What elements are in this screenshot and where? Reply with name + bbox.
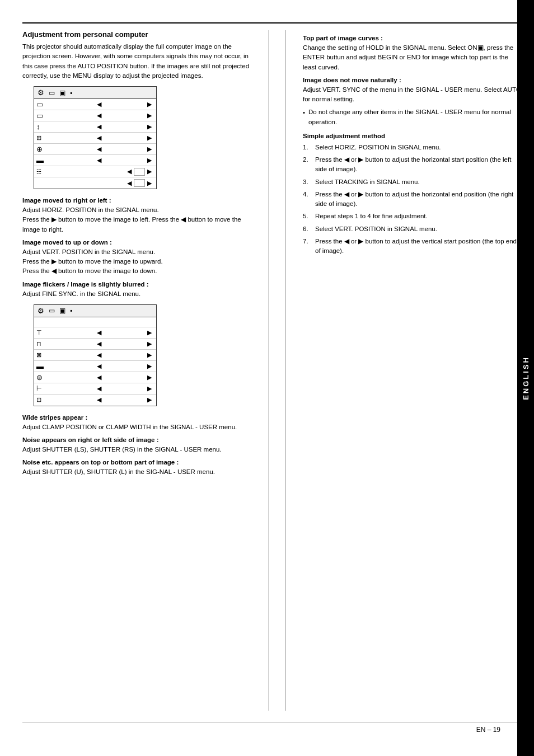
page-number: EN – 19 <box>476 726 500 734</box>
menu-icon-grid-2: ▣ <box>59 307 65 314</box>
arrow-right: ▶ <box>145 145 154 153</box>
menu-row: ▭ ◀ ▶ <box>34 99 156 110</box>
bottom-section-title-2: Noise appears on right or left side of i… <box>22 436 260 443</box>
page: ENGLISH Adjustment from personal compute… <box>0 0 534 756</box>
arrow-right: ▶ <box>145 101 154 108</box>
step-number: 3. <box>303 177 312 187</box>
arrow-right: ▶ <box>145 168 154 175</box>
bullet-item: • Do not change any other items in the S… <box>303 107 523 127</box>
simple-method-title: Simple adjustment method <box>303 133 523 139</box>
menu-row: ⊡ ◀ ▶ <box>34 395 156 406</box>
subsection-text-2: Adjust VERT. POSITION in the SIGNAL menu… <box>22 247 260 276</box>
row-icon: ▭ <box>36 100 53 109</box>
menu-row <box>34 317 156 327</box>
subsection-title-3: Image flickers / Image is slightly blurr… <box>22 281 260 288</box>
arrow-right: ▶ <box>145 396 154 403</box>
bottom-section-title-3: Noise etc. appears on top or bottom part… <box>22 459 260 466</box>
bottom-section-text-3: Adjust SHUTTER (U), SHUTTER (L) in the S… <box>22 467 260 477</box>
step-item: 1. Select HORIZ. POSITION in SIGNAL menu… <box>303 143 523 152</box>
arrow-left: ◀ <box>95 101 104 108</box>
row-icon: ⊤ <box>36 329 53 336</box>
row-icon: ⊕ <box>36 145 53 153</box>
step-text: Repeat steps 1 to 4 for fine adjustment. <box>315 212 428 221</box>
menu-icon-small-2: ▪ <box>70 307 72 314</box>
arrow-left: ◀ <box>95 363 104 370</box>
menu-row: ↕ ◀ ▶ <box>34 121 156 133</box>
subsection-text-3: Adjust FINE SYNC. in the SIGNAL menu. <box>22 289 260 299</box>
arrow-left: ◀ <box>95 340 104 348</box>
right-column: Top part of image curves : Change the se… <box>303 30 523 711</box>
menu-row: ▭ ◀ ▶ <box>34 110 156 121</box>
step-number: 7. <box>303 237 312 256</box>
row-icon: ⊓ <box>36 340 53 348</box>
section-title-left: Adjustment from personal computer <box>22 30 260 39</box>
right-section-text-1: Change the setting of HOLD in the SIGNAL… <box>303 43 523 72</box>
row-icon: ▭ <box>36 111 53 120</box>
row-icon: ▬ <box>36 156 53 165</box>
left-column: Adjustment from personal computer This p… <box>22 30 269 711</box>
column-divider <box>285 30 286 711</box>
step-text: Press the ◀ or ▶ button to adjust the ho… <box>315 155 523 175</box>
arrow-left: ◀ <box>95 385 104 392</box>
right-section-title-2: Image does not move naturally : <box>303 77 523 83</box>
content-area: Adjustment from personal computer This p… <box>22 30 523 711</box>
arrow-right: ▶ <box>145 112 154 119</box>
arrow-left: ◀ <box>95 134 104 142</box>
arrow-right: ▶ <box>145 340 154 348</box>
menu-diagram-2: ⚙ ▭ ▣ ▪ ⊤ ◀ ▶ ⊓ <box>34 304 157 406</box>
menu-header-1: ⚙ ▭ ▣ ▪ <box>34 87 156 99</box>
arrow-left: ◀ <box>95 351 104 359</box>
arrow-right: ▶ <box>145 157 154 164</box>
step-text: Select TRACKING in SIGNAL menu. <box>315 177 420 187</box>
arrow-right: ▶ <box>145 363 154 370</box>
menu-row: ▬ ◀ ▶ <box>34 155 156 166</box>
bottom-section-title-1: Wide stripes appear : <box>22 414 260 421</box>
row-icon: ⊡ <box>36 396 53 403</box>
step-text: Select HORIZ. POSITION in SIGNAL menu. <box>315 143 441 152</box>
menu-value <box>134 168 145 176</box>
right-section-title-1: Top part of image curves : <box>303 35 523 41</box>
row-icon: ⊞ <box>36 134 53 142</box>
arrow-left: ◀ <box>95 329 104 336</box>
right-section-text-2: Adjust VERT. SYNC of the menu in the SIG… <box>303 85 523 105</box>
row-icon: ↕ <box>36 123 53 131</box>
menu-icon-grid: ▣ <box>59 89 65 97</box>
menu-row: ▬ ◀ ▶ <box>34 361 156 372</box>
arrow-left: ◀ <box>95 145 104 153</box>
step-item: 4. Press the ◀ or ▶ button to adjust the… <box>303 190 523 209</box>
numbered-steps: 1. Select HORIZ. POSITION in SIGNAL menu… <box>303 143 523 256</box>
menu-icon-rect-2: ▭ <box>49 307 55 314</box>
step-number: 1. <box>303 143 312 152</box>
menu-icon-small: ▪ <box>70 89 72 97</box>
step-item: 6. Select VERT. POSITION in SIGNAL menu. <box>303 224 523 234</box>
arrow-right: ▶ <box>145 351 154 359</box>
arrow-left: ◀ <box>95 112 104 119</box>
menu-row: ⊞ ◀ ▶ <box>34 133 156 144</box>
menu-row: ☷ ◀ ▶ <box>34 166 156 177</box>
step-text: Press the ◀ or ▶ button to adjust the ho… <box>315 190 523 209</box>
row-icon: ⊠ <box>36 351 53 359</box>
menu-value <box>134 179 145 187</box>
arrow-right: ▶ <box>145 134 154 142</box>
menu-row: ⊕ ◀ ▶ <box>34 144 156 155</box>
step-number: 4. <box>303 190 312 209</box>
arrow-right: ▶ <box>145 329 154 336</box>
menu-icon-settings-2: ⚙ <box>38 307 44 315</box>
bottom-section-text-1: Adjust CLAMP POSITION or CLAMP WIDTH in … <box>22 422 260 432</box>
top-border <box>22 22 523 24</box>
row-icon: ☷ <box>36 168 53 175</box>
footer: EN – 19 <box>22 722 523 734</box>
menu-row: ⊓ ◀ ▶ <box>34 339 156 350</box>
arrow-left: ◀ <box>95 396 104 403</box>
row-icon: ▬ <box>36 362 53 370</box>
arrow-left: ◀ <box>95 123 104 130</box>
intro-text: This projector should automatically disp… <box>22 42 260 81</box>
arrow-left: ◀ <box>125 168 134 175</box>
arrow-right: ▶ <box>145 123 154 130</box>
menu-header-2: ⚙ ▭ ▣ ▪ <box>34 305 156 317</box>
sidebar-english: ENGLISH <box>517 0 534 756</box>
menu-row: ⊤ ◀ ▶ <box>34 327 156 339</box>
arrow-right: ▶ <box>145 385 154 392</box>
step-text: Select VERT. POSITION in SIGNAL menu. <box>315 224 437 234</box>
step-item: 5. Repeat steps 1 to 4 for fine adjustme… <box>303 212 523 221</box>
